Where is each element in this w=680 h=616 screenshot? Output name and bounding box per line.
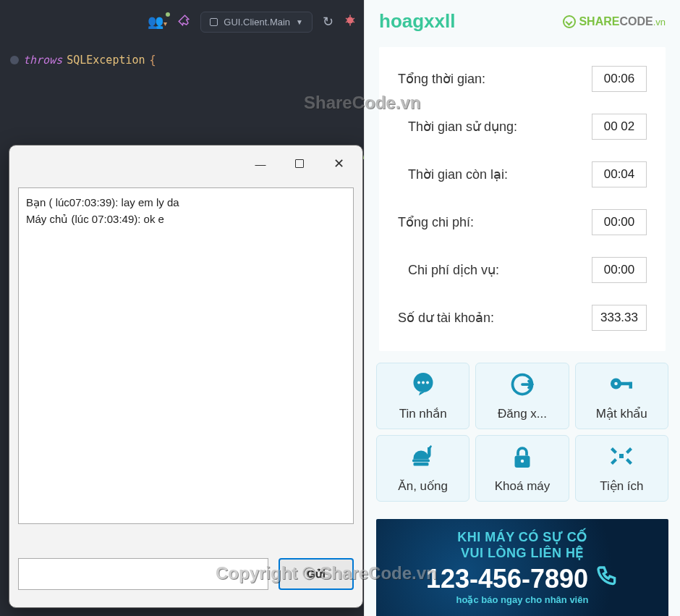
action-logout-label: Đăng x... bbox=[498, 407, 547, 421]
svg-rect-11 bbox=[413, 463, 428, 466]
logo-icon bbox=[563, 15, 576, 28]
label-total-cost: Tổng chi phí: bbox=[398, 214, 474, 230]
info-card: Tổng thời gian: 00:06 Thời gian sử dụng:… bbox=[379, 47, 666, 351]
label-balance: Số dư tài khoản: bbox=[398, 310, 494, 326]
run-config-label: GUI.Client.Main bbox=[224, 17, 290, 28]
row-total-cost: Tổng chi phí: 00:00 bbox=[398, 209, 647, 235]
value-balance: 333.33 bbox=[592, 305, 647, 331]
action-utility[interactable]: Tiện ích bbox=[575, 435, 668, 502]
value-service-cost: 00:00 bbox=[592, 257, 647, 283]
action-logout[interactable]: Đăng x... bbox=[475, 363, 569, 429]
send-button[interactable]: Gửi bbox=[279, 558, 354, 590]
logout-icon bbox=[509, 371, 535, 401]
action-food-label: Ăn, uống bbox=[398, 478, 448, 494]
action-lock[interactable]: Khoá máy bbox=[475, 435, 569, 502]
svg-point-0 bbox=[347, 17, 354, 23]
value-remain-time: 00:04 bbox=[592, 161, 647, 187]
banner-phone: 123-456-7890 bbox=[383, 564, 661, 594]
close-button[interactable]: ✕ bbox=[319, 149, 358, 178]
action-message[interactable]: Tin nhắn bbox=[376, 363, 469, 429]
action-utility-label: Tiện ích bbox=[600, 478, 643, 494]
svg-rect-10 bbox=[412, 460, 430, 463]
chat-input-row: Gửi bbox=[9, 558, 362, 590]
users-icon[interactable]: 👥▾ bbox=[148, 14, 167, 30]
svg-point-4 bbox=[426, 381, 429, 384]
banner-line2: VUI LÒNG LIÊN HỆ bbox=[383, 545, 661, 561]
action-lock-label: Khoá máy bbox=[495, 479, 551, 494]
label-used-time: Thời gian sử dụng: bbox=[398, 119, 517, 135]
food-icon bbox=[410, 443, 436, 473]
chat-input[interactable] bbox=[18, 558, 268, 590]
svg-rect-8 bbox=[629, 382, 633, 389]
action-password-label: Mật khẩu bbox=[596, 406, 647, 421]
action-message-label: Tin nhắn bbox=[399, 406, 447, 421]
username-label: hoagxxll bbox=[379, 10, 455, 33]
code-editor[interactable]: a throws SQLException { A1 u bbox=[0, 43, 364, 69]
row-remain-time: Thời gian còn lại: 00:04 bbox=[398, 161, 647, 187]
open-brace: { bbox=[150, 54, 156, 67]
message-icon bbox=[410, 371, 436, 400]
support-banner: KHI MÁY CÓ SỰ CỐ VUI LÒNG LIÊN HỆ 123-45… bbox=[376, 519, 668, 616]
client-panel: hoagxxll SHARECODE.vn Tổng thời gian: 00… bbox=[364, 0, 680, 616]
build-icon[interactable] bbox=[177, 14, 190, 30]
keyword-throws: throws bbox=[23, 54, 62, 67]
action-password[interactable]: Mật khẩu bbox=[575, 363, 668, 429]
module-icon bbox=[210, 18, 218, 26]
chat-dialog: — ✕ Bạn ( lúc07:03:39): lay em ly da Máy… bbox=[9, 145, 363, 608]
tools-icon bbox=[608, 443, 634, 473]
row-total-time: Tổng thời gian: 00:06 bbox=[398, 66, 647, 92]
svg-point-13 bbox=[521, 459, 524, 463]
action-grid: Tin nhắn Đăng x... Mật khẩu Ăn, uống Kho… bbox=[365, 363, 680, 502]
bug-icon[interactable] bbox=[344, 14, 357, 30]
code-line: throws SQLException { bbox=[0, 51, 364, 69]
row-used-time: Thời gian sử dụng: 00 02 bbox=[398, 114, 647, 140]
label-remain-time: Thời gian còn lại: bbox=[398, 166, 508, 182]
dialog-titlebar[interactable]: — ✕ bbox=[9, 145, 362, 182]
chat-body: Bạn ( lúc07:03:39): lay em ly da Máy chủ… bbox=[9, 182, 362, 558]
svg-point-9 bbox=[615, 382, 619, 386]
banner-line1: KHI MÁY CÓ SỰ CỐ bbox=[383, 529, 661, 545]
value-used-time: 00 02 bbox=[592, 114, 647, 140]
key-icon bbox=[608, 371, 634, 400]
row-balance: Số dư tài khoản: 333.33 bbox=[398, 305, 647, 331]
maximize-button[interactable] bbox=[280, 149, 319, 178]
reload-icon[interactable]: ↻ bbox=[323, 14, 333, 30]
banner-line3: hoặc báo ngay cho nhân viên bbox=[383, 594, 661, 605]
minimize-button[interactable]: — bbox=[241, 149, 280, 178]
row-service-cost: Chi phí dịch vụ: 00:00 bbox=[398, 257, 647, 283]
svg-point-2 bbox=[417, 381, 420, 384]
label-service-cost: Chi phí dịch vụ: bbox=[398, 262, 499, 278]
value-total-time: 00:06 bbox=[592, 66, 647, 92]
action-food[interactable]: Ăn, uống bbox=[376, 435, 469, 502]
phone-icon bbox=[595, 564, 619, 594]
chevron-down-icon: ▼ bbox=[296, 18, 303, 26]
ide-toolbar: 👥▾ GUI.Client.Main ▼ ↻ bbox=[0, 0, 364, 43]
lock-icon bbox=[509, 444, 535, 473]
svg-point-3 bbox=[422, 381, 425, 384]
sharecode-logo: SHARECODE.vn bbox=[563, 15, 666, 28]
client-header: hoagxxll SHARECODE.vn bbox=[365, 0, 680, 40]
fold-gutter-icon[interactable] bbox=[10, 56, 19, 64]
type-sqlexception: SQLException bbox=[67, 54, 145, 67]
value-total-cost: 00:00 bbox=[592, 209, 647, 235]
chat-log[interactable]: Bạn ( lúc07:03:39): lay em ly da Máy chủ… bbox=[18, 187, 354, 524]
run-config-selector[interactable]: GUI.Client.Main ▼ bbox=[200, 12, 313, 33]
label-total-time: Tổng thời gian: bbox=[398, 71, 485, 87]
